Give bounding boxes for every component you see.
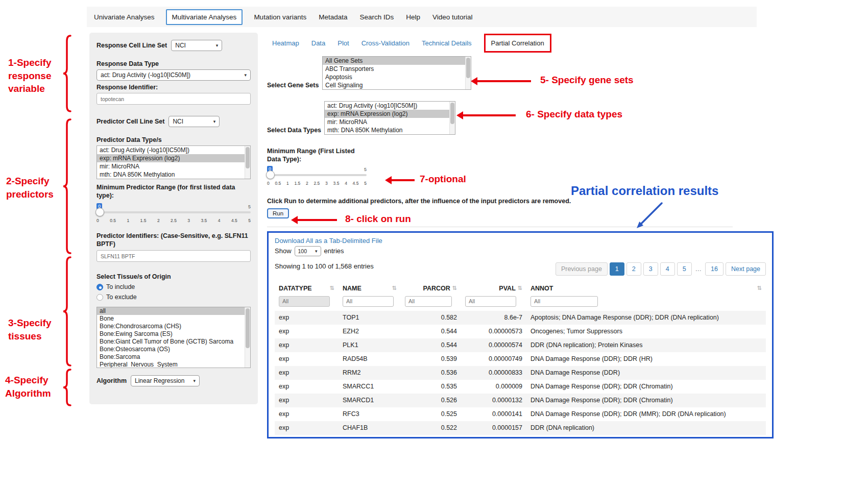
annotation-step8: 8- click on run [345,212,411,226]
tick-label: 2 [157,218,160,223]
listbox-option[interactable]: act: Drug Activity (-log10[IC50M]) [325,102,455,110]
listbox-option[interactable]: Peripheral_Nervous_System [97,361,250,368]
nav-search-ids[interactable]: Search IDs [358,10,395,24]
scrollbar-thumb[interactable] [450,103,454,124]
nav-mutation-variants[interactable]: Mutation variants [253,10,307,24]
tick-label: 1.5 [295,181,301,186]
entries-per-page-select[interactable]: 100 ▾ [295,246,321,256]
min-predictor-range-slider[interactable]: 0 5 00.511.522.533.544.55 [97,203,251,227]
listbox-option[interactable]: mir: MicroRNA [97,162,250,170]
tick-label: 3.5 [201,218,207,223]
column-header-parcor[interactable]: PARCOR⇅ [401,281,461,295]
predictor-identifiers-input[interactable] [97,250,251,262]
cell-pval: 0.0000141 [461,407,526,421]
table-header-row: DATATYPE⇅ NAME⇅ PARCOR⇅ PVAL⇅ ANNOT⇅ [275,281,766,295]
table-row: exp CHAF1B 0.522 0.0000157 DDR (DNA repl… [275,421,766,435]
algorithm-select[interactable]: Linear Regression ▾ [131,375,200,386]
tick-label: 1 [127,218,129,223]
nav-help[interactable]: Help [405,10,421,24]
listbox-option-selected[interactable]: all [97,307,250,315]
listbox-option[interactable]: mth: DNA 850K Methylation [97,170,250,179]
listbox-option-selected[interactable]: exp: mRNA Expression (log2) [97,154,250,162]
tab-plot[interactable]: Plot [337,39,349,47]
column-header-pval[interactable]: PVAL⇅ [461,281,526,295]
download-tab-delimited-link[interactable]: Download All as a Tab-Delimited File [275,237,382,245]
column-label: PVAL [499,285,515,292]
tab-heatmap[interactable]: Heatmap [272,39,299,47]
filter-pval-input[interactable] [465,296,516,307]
slider-handle[interactable] [95,208,104,216]
scrollbar[interactable] [449,102,455,134]
listbox-option[interactable]: ABC Transporters [323,65,471,73]
listbox-option[interactable]: mth: DNA 850K Methylation [325,126,455,134]
scrollbar[interactable] [245,146,250,179]
table-row: exp EZH2 0.544 0.00000573 Oncogenes; Tum… [275,325,766,338]
filter-datatype-input[interactable] [279,296,330,307]
tissue-exclude-radio[interactable]: To exclude [97,294,251,301]
table-row: exp RFC3 0.525 0.0000141 DNA Damage Resp… [275,407,766,421]
partial-correlation-results-title: Partial correlation results [571,184,718,198]
tissue-include-radio[interactable]: To include [97,283,251,290]
scrollbar-thumb[interactable] [246,147,250,168]
scrollbar-thumb[interactable] [466,58,470,78]
cell-name: RRM2 [339,366,401,380]
previous-page-button[interactable]: Previous page [556,262,608,276]
nav-univariate-analyses[interactable]: Univariate Analyses [93,10,156,24]
listbox-option[interactable]: Bone:Sarcoma [97,353,250,361]
sort-icon[interactable]: ⇅ [330,285,334,291]
response-data-type-select[interactable]: act: Drug Activity (-log10[IC50M]) ▾ [97,69,251,81]
run-button[interactable]: Run [267,208,289,218]
scrollbar[interactable] [465,57,471,89]
page-button-1[interactable]: 1 [610,262,624,276]
page-button-5[interactable]: 5 [677,262,692,276]
listbox-option[interactable]: Bone:Osteosarcoma (OS) [97,346,250,353]
column-header-name[interactable]: NAME⇅ [339,281,401,295]
listbox-option[interactable]: Bone:Chondrosarcoma (CHS) [97,323,250,330]
column-header-annot[interactable]: ANNOT⇅ [526,281,766,295]
sort-icon[interactable]: ⇅ [757,285,762,291]
filter-parcor-input[interactable] [405,296,452,307]
filter-name-input[interactable] [343,296,394,307]
nav-metadata[interactable]: Metadata [318,10,348,24]
listbox-option-selected[interactable]: All Gene Sets [323,57,471,65]
slider-handle[interactable] [266,170,275,179]
listbox-option[interactable]: Cell Signaling [323,81,471,89]
page-button-16[interactable]: 16 [705,262,724,276]
filter-annot-input[interactable] [531,296,598,307]
sort-icon[interactable]: ⇅ [392,285,397,291]
page-button-4[interactable]: 4 [660,262,675,276]
listbox-option[interactable]: Apoptosis [323,73,471,81]
sort-icon[interactable]: ⇅ [518,285,522,291]
scrollbar[interactable] [245,307,250,368]
tick-label: 1 [286,181,289,186]
nav-video-tutorial[interactable]: Video tutorial [431,10,474,24]
chevron-down-icon: ▾ [194,378,196,383]
listbox-option[interactable]: Bone [97,315,250,323]
scrollbar-thumb[interactable] [246,308,250,348]
cell-pval: 8.6e-7 [461,311,526,325]
predictor-cell-line-set-select[interactable]: NCI ▾ [168,116,220,127]
slider-track[interactable] [267,174,367,176]
nav-multivariate-analyses[interactable]: Multivariate Analyses [166,9,243,25]
page-button-3[interactable]: 3 [643,262,658,276]
page-button-2[interactable]: 2 [626,262,641,276]
listbox-option-selected[interactable]: exp: mRNA Expression (log2) [325,110,455,118]
slider-track[interactable] [97,211,251,213]
tab-technical-details[interactable]: Technical Details [422,39,472,47]
tab-data[interactable]: Data [311,39,325,47]
response-identifier-input[interactable] [97,93,251,105]
response-cell-line-set-select[interactable]: NCI ▾ [171,40,222,51]
listbox-option[interactable]: Bone:Ewing Sarcoma (ES) [97,330,250,338]
next-page-button[interactable]: Next page [726,262,766,276]
column-header-datatype[interactable]: DATATYPE⇅ [275,281,339,295]
min-range-slider[interactable]: 0 5 00.511.522.533.544.55 [267,166,367,189]
annotation-step6: 6- Specify data types [526,108,622,121]
sort-icon[interactable]: ⇅ [452,285,457,291]
listbox-option[interactable]: Bone:Giant Cell Tumor of Bone (GCTB) Sar… [97,338,250,346]
cell-pval: 0.000009 [461,380,526,394]
tab-partial-correlation[interactable]: Partial Correlation [484,34,551,53]
tab-cross-validation[interactable]: Cross-Validation [361,39,409,47]
listbox-option[interactable]: mir: MicroRNA [325,118,455,126]
column-label: PARCOR [423,285,450,292]
listbox-option[interactable]: act: Drug Activity (-log10[IC50M]) [97,146,250,154]
